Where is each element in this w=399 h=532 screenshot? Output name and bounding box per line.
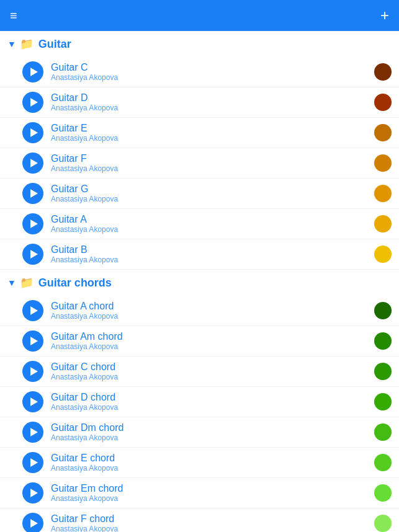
list-item: Guitar Em chord Anastasiya Akopova [0,478,399,508]
item-subtitle: Anastasiya Akopova [51,255,374,264]
color-dot [374,124,392,141]
list-item: Guitar C Anastasiya Akopova [0,57,399,87]
item-text: Guitar C Anastasiya Akopova [51,62,374,82]
item-text: Guitar E Anastasiya Akopova [51,123,374,143]
item-text: Guitar A chord Anastasiya Akopova [51,301,374,321]
play-button[interactable] [22,153,43,174]
play-icon [30,219,38,228]
list-item: Guitar D Anastasiya Akopova [0,87,399,118]
item-title: Guitar B [51,244,374,255]
item-subtitle: Anastasiya Akopova [51,373,374,381]
play-icon [30,428,38,437]
item-title: Guitar E chord [51,453,374,464]
item-text: Guitar F Anastasiya Akopova [51,153,374,173]
play-icon [30,250,38,259]
item-subtitle: Anastasiya Akopova [51,164,374,173]
item-title: Guitar A [51,214,374,225]
list-item: Guitar C chord Anastasiya Akopova [0,357,399,387]
play-icon [30,128,38,137]
item-subtitle: Anastasiya Akopova [51,403,374,412]
color-dot [374,423,392,441]
color-dot [374,302,392,319]
color-dot [374,215,392,233]
list-item: Guitar F chord Anastasiya Akopova [0,508,399,532]
play-icon [30,98,38,107]
item-subtitle: Anastasiya Akopova [51,104,374,112]
list-item: Guitar E chord Anastasiya Akopova [0,448,399,478]
item-text: Guitar D Anastasiya Akopova [51,92,374,112]
item-text: Guitar E chord Anastasiya Akopova [51,453,374,472]
item-title: Guitar F chord [51,513,374,525]
item-title: Guitar A chord [51,301,374,312]
item-title: Guitar C [51,62,374,73]
item-title: Guitar Em chord [51,483,374,494]
color-dot [374,393,392,410]
color-dot [374,515,392,532]
folder-icon: 📁 [20,276,34,290]
item-subtitle: Anastasiya Akopova [51,342,374,351]
play-button[interactable] [22,244,43,265]
item-title: Guitar G [51,184,374,195]
item-text: Guitar Am chord Anastasiya Akopova [51,331,374,351]
color-dot [374,246,392,263]
section-guitar-chords[interactable]: ▼ 📁 Guitar chords [0,270,399,296]
play-button[interactable] [22,92,43,113]
play-button[interactable] [22,300,43,321]
list-item: Guitar B Anastasiya Akopova [0,239,399,270]
item-text: Guitar A Anastasiya Akopova [51,214,374,234]
play-button[interactable] [22,513,43,532]
section-label: Guitar [38,38,71,51]
list-item: Guitar F Anastasiya Akopova [0,148,399,179]
item-subtitle: Anastasiya Akopova [51,494,374,503]
add-button[interactable]: + [380,8,389,23]
play-button[interactable] [22,391,43,412]
play-icon [30,519,38,528]
play-icon [30,306,38,315]
sounds-list: ▼ 📁 Guitar Guitar C Anastasiya Akopova G… [0,31,399,532]
color-dot [374,363,392,380]
app-header: ≡ + [0,0,399,31]
play-icon [30,367,38,376]
color-dot [374,454,392,471]
item-subtitle: Anastasiya Akopova [51,195,374,203]
list-item: Guitar Dm chord Anastasiya Akopova [0,417,399,448]
item-subtitle: Anastasiya Akopova [51,312,374,321]
play-button[interactable] [22,330,43,352]
menu-icon[interactable]: ≡ [10,9,17,22]
play-icon [30,337,38,345]
play-button[interactable] [22,61,43,82]
item-text: Guitar F chord Anastasiya Akopova [51,513,374,532]
color-dot [374,154,392,172]
play-button[interactable] [22,213,43,234]
play-button[interactable] [22,361,43,382]
section-label: Guitar chords [38,277,112,290]
folder-icon: 📁 [20,37,34,51]
item-subtitle: Anastasiya Akopova [51,433,374,442]
item-text: Guitar Dm chord Anastasiya Akopova [51,422,374,442]
item-subtitle: Anastasiya Akopova [51,525,374,532]
item-title: Guitar D [51,92,374,104]
play-button[interactable] [22,122,43,143]
item-text: Guitar G Anastasiya Akopova [51,184,374,203]
list-item: Guitar Am chord Anastasiya Akopova [0,326,399,357]
play-icon [30,397,38,406]
section-arrow: ▼ [7,278,16,288]
section-guitar[interactable]: ▼ 📁 Guitar [0,31,399,57]
item-subtitle: Anastasiya Akopova [51,134,374,143]
play-button[interactable] [22,422,43,443]
item-title: Guitar Dm chord [51,422,374,433]
item-subtitle: Anastasiya Akopova [51,464,374,472]
list-item: Guitar E Anastasiya Akopova [0,118,399,148]
list-item: Guitar A Anastasiya Akopova [0,209,399,239]
color-dot [374,63,392,81]
play-icon [30,458,38,467]
play-button[interactable] [22,183,43,204]
item-title: Guitar E [51,123,374,134]
item-title: Guitar D chord [51,392,374,403]
list-item: Guitar G Anastasiya Akopova [0,179,399,209]
item-text: Guitar D chord Anastasiya Akopova [51,392,374,412]
play-button[interactable] [22,482,43,503]
play-button[interactable] [22,452,43,473]
item-text: Guitar B Anastasiya Akopova [51,244,374,264]
item-title: Guitar F [51,153,374,164]
